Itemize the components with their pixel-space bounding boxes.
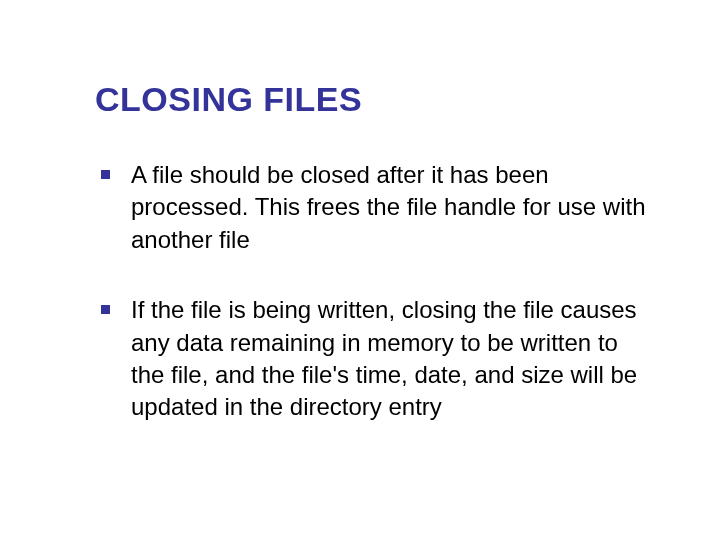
list-item: If the file is being written, closing th… (95, 294, 650, 424)
slide-title: CLOSING FILES (95, 80, 650, 119)
list-item: A file should be closed after it has bee… (95, 159, 650, 256)
square-bullet-icon (101, 170, 110, 179)
square-bullet-icon (101, 305, 110, 314)
slide: CLOSING FILES A file should be closed af… (0, 0, 720, 540)
bullet-list: A file should be closed after it has bee… (95, 159, 650, 424)
bullet-text: If the file is being written, closing th… (131, 296, 637, 420)
bullet-text: A file should be closed after it has bee… (131, 161, 646, 253)
